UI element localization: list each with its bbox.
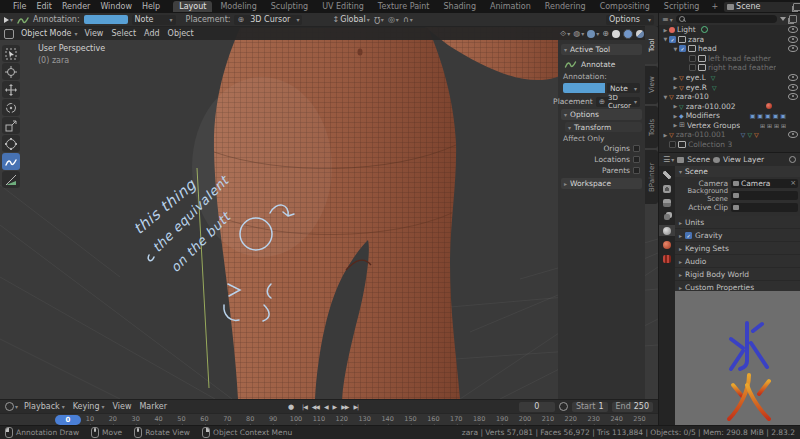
outliner-item-zara-010-001[interactable]: ▶▽zara-010.001▽▽▽: [659, 130, 800, 140]
note-dropdown[interactable]: Note▾: [132, 15, 176, 25]
active-clip-field[interactable]: [731, 203, 798, 212]
annotation-color-swatch[interactable]: [84, 15, 128, 24]
collection-checkbox[interactable]: [689, 55, 696, 62]
outliner-item-zara-010-002[interactable]: ▶▽zara-010.002: [659, 101, 800, 111]
transform-panel-header[interactable]: ▾Transform: [565, 122, 642, 132]
workspace-tab-sculpting[interactable]: Sculpting: [265, 1, 314, 12]
active-tool-panel-header[interactable]: ▾Active Tool: [561, 44, 642, 55]
properties-tab-output[interactable]: [659, 197, 675, 208]
breadcrumb-scene[interactable]: Scene: [687, 155, 710, 164]
panel-keying-sets[interactable]: ▸Keying Sets: [675, 242, 800, 255]
next-keyframe-button[interactable]: ▶▶: [339, 403, 350, 410]
expander-icon[interactable]: ▼: [662, 94, 669, 100]
transform-tool[interactable]: [2, 135, 20, 152]
workspace-tab-uv-editing[interactable]: UV Editing: [316, 1, 370, 12]
overlays-toggle-icon[interactable]: ◍▾: [573, 29, 584, 38]
expander-icon[interactable]: ▶: [672, 122, 679, 128]
active-tool-icon[interactable]: ▾: [4, 16, 13, 23]
viewport-3d[interactable]: this thing the equivalent on the butt Ob…: [0, 27, 658, 399]
sidebar-tab-tool[interactable]: Tool: [645, 26, 658, 64]
sidebar-tab-tools[interactable]: Tools: [645, 106, 658, 148]
collection-checkbox[interactable]: ✓: [679, 45, 686, 52]
viewport-menu-object[interactable]: Object: [168, 29, 194, 38]
rotate-tool[interactable]: [2, 99, 20, 116]
outliner-item-modifiers[interactable]: ▶◆Modifiers▣▣▣▣▣: [659, 111, 800, 121]
jump-end-button[interactable]: ▶|: [351, 403, 360, 410]
checkbox-locations[interactable]: [633, 156, 640, 163]
shading-wireframe-icon[interactable]: ⊕: [602, 29, 609, 38]
start-frame-field[interactable]: Start1: [572, 402, 608, 412]
outliner-item-eye-r[interactable]: ▶▽eye.R▽: [659, 82, 800, 92]
workspace-tab-texture-paint[interactable]: Texture Paint: [372, 1, 436, 12]
workspace-tab-modeling[interactable]: Modeling: [214, 1, 262, 12]
options-dropdown[interactable]: Options▾: [606, 15, 654, 25]
sidebar-tab-view[interactable]: View: [645, 66, 658, 104]
workspace-panel-header[interactable]: ▸Workspace: [561, 178, 642, 189]
play-button[interactable]: ▶: [331, 403, 339, 410]
viewport-menu-select[interactable]: Select: [111, 29, 136, 38]
timeline-menu-playback[interactable]: Playback ▾: [24, 402, 65, 411]
expander-icon[interactable]: ▼: [662, 36, 669, 42]
outliner-item-right-head-feather[interactable]: right head feather: [659, 63, 800, 73]
timeline-menu-view[interactable]: View: [112, 402, 131, 411]
add-workspace-button[interactable]: +: [705, 1, 724, 12]
expander-icon[interactable]: ▶: [672, 75, 679, 81]
menubar-item-edit[interactable]: Edit: [31, 2, 57, 11]
expander-icon[interactable]: ▶: [672, 113, 679, 119]
breadcrumb-view-layer[interactable]: View Layer: [723, 155, 764, 164]
snapping-magnet-icon[interactable]: Ω▾: [374, 15, 384, 24]
sidebar-tab-bpainter[interactable]: BPainter: [645, 150, 658, 204]
new-collection-icon[interactable]: [789, 15, 797, 23]
properties-tab-world[interactable]: [659, 239, 675, 250]
record-button[interactable]: ●: [286, 403, 295, 411]
collection-checkbox[interactable]: ✓: [669, 36, 676, 43]
workspace-tab-layout[interactable]: Layout: [173, 1, 212, 12]
cursor-tool[interactable]: [2, 63, 20, 80]
collection-checkbox[interactable]: [689, 64, 696, 71]
outliner-item-left-head-feather[interactable]: left head feather: [659, 54, 800, 64]
select-box-tool[interactable]: [2, 45, 20, 62]
gravity-checkbox[interactable]: ✓: [685, 232, 692, 239]
outliner-item-collection-3[interactable]: Collection 3: [659, 140, 800, 150]
collection-checkbox[interactable]: [669, 141, 676, 148]
workspace-tab-animation[interactable]: Animation: [484, 1, 537, 12]
visibility-eye-icon[interactable]: [788, 131, 798, 138]
expander-icon[interactable]: ▼: [672, 46, 679, 52]
outliner-search-input[interactable]: [676, 15, 777, 23]
scene-selector[interactable]: Scene ×: [724, 2, 800, 12]
playhead[interactable]: 0: [55, 415, 81, 425]
panel-rigid-body-world[interactable]: ▸Rigid Body World: [675, 268, 800, 281]
display-mode-icon[interactable]: ≡▾: [662, 15, 673, 24]
checkbox-origins[interactable]: [633, 145, 640, 152]
measure-tool[interactable]: [2, 171, 20, 188]
timeline-menu-keying[interactable]: Keying ▾: [73, 402, 105, 411]
play-reverse-button[interactable]: ◀: [322, 403, 330, 410]
shading-solid-icon[interactable]: [612, 30, 620, 38]
scale-tool[interactable]: [2, 117, 20, 134]
note-dropdown[interactable]: Note▾: [607, 83, 640, 93]
proportional-editing-icon[interactable]: ◎▾: [388, 15, 399, 24]
properties-tab-tool[interactable]: [659, 169, 675, 180]
new-scene-icon[interactable]: [793, 3, 800, 11]
jump-start-button[interactable]: |◀: [300, 403, 309, 410]
visibility-eye-icon[interactable]: [788, 45, 798, 52]
workspace-tab-scripting[interactable]: Scripting: [658, 1, 706, 12]
scene-panel-header[interactable]: ▾Scene: [675, 166, 800, 177]
workspace-tab-shading[interactable]: Shading: [437, 1, 482, 12]
expander-icon[interactable]: ▶: [662, 132, 669, 138]
outliner-item-light[interactable]: ▶Light: [659, 25, 800, 35]
visibility-eye-icon[interactable]: [788, 84, 798, 91]
properties-tab-scene[interactable]: [659, 225, 675, 236]
properties-tab-texture[interactable]: [659, 253, 675, 264]
mode-dropdown[interactable]: Object Mode▾: [18, 29, 80, 39]
annotation-color-swatch[interactable]: [563, 83, 605, 93]
expander-icon[interactable]: ▶: [672, 103, 679, 109]
filter-icon[interactable]: [780, 17, 786, 21]
prev-keyframe-button[interactable]: ◀◀: [310, 403, 321, 410]
workspace-tab-compositing[interactable]: Compositing: [594, 1, 656, 12]
workspace-tab-rendering[interactable]: Rendering: [539, 1, 592, 12]
properties-tab-view-layer[interactable]: [659, 211, 675, 222]
editor-type-clock-icon[interactable]: ▾: [5, 402, 18, 411]
gizmo-toggle-icon[interactable]: ⟐▾: [560, 29, 570, 39]
outliner-item-zara[interactable]: ▼✓zara: [659, 35, 800, 45]
